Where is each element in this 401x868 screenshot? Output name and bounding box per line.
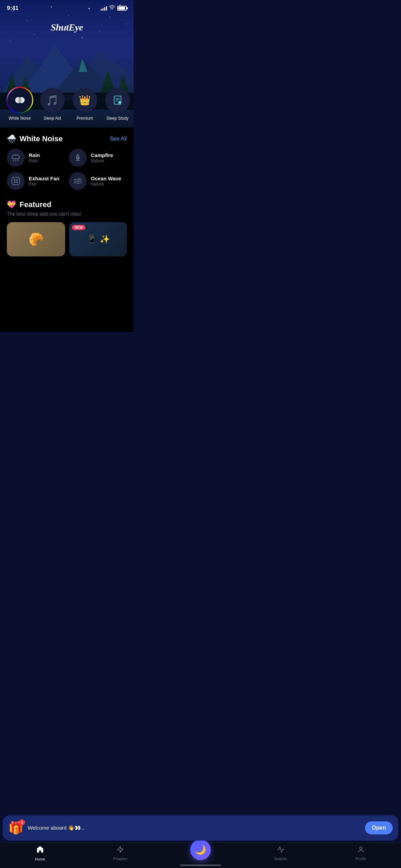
see-all-button[interactable]: See All: [110, 136, 127, 142]
main-content: 🌧️ White Noise See All Rain Rain: [0, 128, 134, 332]
svg-line-47: [17, 179, 18, 180]
white-noise-icon: [14, 94, 26, 106]
sound-item-rain[interactable]: Rain Rain: [7, 149, 65, 167]
section-title-group: 🌧️ White Noise: [7, 134, 63, 143]
campfire-name: Campfire: [91, 152, 113, 158]
fan-info: Exhaust Fan Fan: [29, 176, 59, 186]
sleep-study-icon-wrap: [105, 88, 130, 112]
featured-section: 💝 Featured The best sleep aids you can't…: [0, 190, 134, 256]
campfire-type: Nature: [91, 158, 113, 163]
status-bar: 9:41: [0, 0, 134, 12]
featured-card-1[interactable]: 🥐: [7, 222, 65, 256]
featured-cards: 🥐 NEW 📱 ✨: [7, 222, 127, 256]
sound-item-campfire[interactable]: Campfire Nature: [69, 149, 127, 167]
white-noise-emoji: 🌧️: [7, 134, 16, 143]
sound-item-fan[interactable]: Exhaust Fan Fan: [7, 172, 65, 190]
featured-title: Featured: [20, 200, 51, 209]
premium-icon-wrap: 👑: [73, 88, 97, 112]
status-icons: [101, 5, 127, 11]
svg-line-41: [15, 160, 16, 161]
sleep-study-icon: [112, 95, 123, 105]
campfire-icon: [73, 153, 83, 162]
sleep-aid-icon-wrap: 🎵: [40, 88, 65, 112]
category-item-white-noise[interactable]: White Noise: [7, 88, 33, 121]
featured-emoji: 💝: [7, 200, 16, 209]
svg-point-45: [14, 180, 17, 182]
fan-icon-wrap: [7, 172, 25, 190]
ocean-icon-wrap: [69, 172, 87, 190]
status-time: 9:41: [7, 5, 19, 12]
category-label-white-noise: White Noise: [9, 116, 31, 121]
featured-subtitle: The best sleep aids you can't miss!: [7, 211, 127, 217]
new-badge: NEW: [72, 225, 85, 230]
category-label-sleep-study: Sleep Study: [106, 116, 129, 121]
app-title: ShutEye: [51, 22, 83, 33]
app-title-section: ShutEye: [0, 15, 134, 33]
svg-line-42: [17, 160, 18, 161]
ocean-info: Ocean Wave Nature: [91, 176, 121, 186]
campfire-info: Campfire Nature: [91, 152, 113, 163]
fan-name: Exhaust Fan: [29, 176, 59, 181]
wifi-icon: [109, 5, 115, 11]
campfire-icon-wrap: [69, 149, 87, 167]
svg-rect-44: [12, 177, 20, 185]
svg-line-48: [13, 182, 15, 183]
category-section: White Noise 🎵 Sleep Aid 👑 Premium Sleep: [0, 33, 134, 121]
white-noise-title: White Noise: [20, 134, 63, 143]
ocean-name: Ocean Wave: [91, 176, 121, 181]
ocean-wave-icon: [73, 176, 83, 186]
sound-item-ocean[interactable]: Ocean Wave Nature: [69, 172, 127, 190]
rain-name: Rain: [29, 152, 40, 158]
sound-grid: Rain Rain Campfire Nature: [0, 149, 134, 190]
rain-icon: [11, 153, 21, 162]
category-label-premium: Premium: [76, 116, 93, 121]
featured-header: 💝 Featured: [7, 200, 127, 209]
category-item-sleep-study[interactable]: Sleep Study: [105, 88, 130, 121]
white-noise-section: 🌧️ White Noise See All Rain Rain: [0, 134, 134, 190]
category-label-sleep-aid: Sleep Aid: [44, 116, 61, 121]
fan-type: Fan: [29, 181, 59, 186]
fan-icon: [11, 176, 21, 186]
svg-line-39: [120, 103, 120, 103]
rain-info: Rain Rain: [29, 152, 40, 163]
category-item-premium[interactable]: 👑 Premium: [72, 88, 98, 121]
svg-line-49: [17, 182, 18, 183]
category-item-sleep-aid[interactable]: 🎵 Sleep Aid: [39, 88, 65, 121]
rain-type: Rain: [29, 158, 40, 163]
ocean-type: Nature: [91, 181, 121, 186]
featured-card-2[interactable]: NEW 📱 ✨: [69, 222, 127, 256]
white-noise-header: 🌧️ White Noise See All: [0, 134, 134, 149]
battery-icon: [117, 6, 127, 11]
signal-icon: [101, 6, 107, 11]
svg-point-28: [112, 9, 112, 10]
rain-icon-wrap: [7, 149, 25, 167]
svg-line-46: [13, 179, 15, 180]
svg-line-40: [13, 160, 14, 161]
